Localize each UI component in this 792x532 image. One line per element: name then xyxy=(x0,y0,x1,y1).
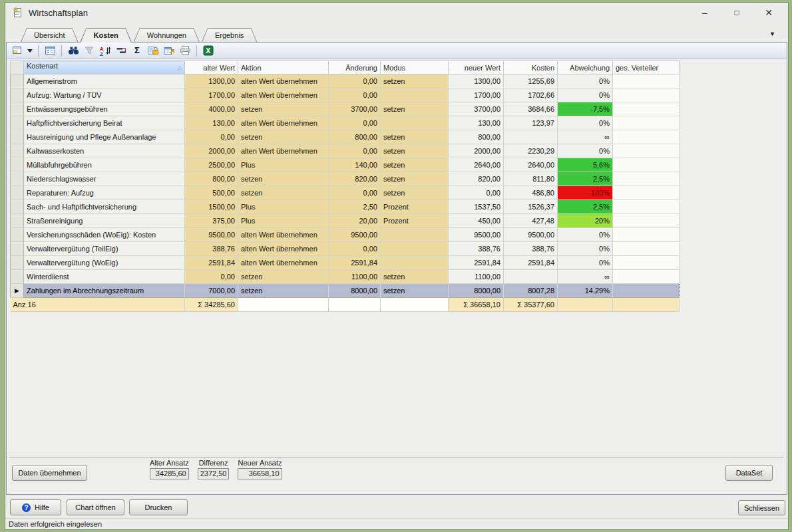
cell-abweichung[interactable]: 5,6% xyxy=(558,158,613,172)
cell-modus[interactable] xyxy=(381,116,449,130)
chart-oeffnen-button[interactable]: Chart öffnen xyxy=(67,499,124,515)
cell-kosten[interactable]: 3684,66 xyxy=(504,102,558,116)
cell-alter-wert[interactable]: 2500,00 xyxy=(185,158,238,172)
daten-uebernehmen-button[interactable]: Daten übernehmen xyxy=(12,465,87,481)
cell-aktion[interactable]: Plus xyxy=(238,214,329,228)
cell-aktion[interactable]: Plus xyxy=(238,158,329,172)
cell-aktion[interactable]: setzen xyxy=(238,172,329,186)
row-indicator-cell[interactable]: ▶ xyxy=(11,284,24,298)
cell-modus[interactable]: setzen xyxy=(381,284,449,298)
cell-aenderung[interactable]: 1100,00 xyxy=(329,270,381,284)
col-header-neuer-wert[interactable]: neuer Wert xyxy=(449,61,504,74)
cell-aenderung[interactable]: 0,00 xyxy=(329,116,381,130)
cell-kosten[interactable]: 1255,69 xyxy=(504,74,558,88)
cell-alter-wert[interactable]: 1300,00 xyxy=(185,74,238,88)
cell-abweichung[interactable]: ∞ xyxy=(558,130,613,144)
row-indicator-cell[interactable] xyxy=(11,200,24,214)
cell-kostenart[interactable]: Versicherungsschäden (WoEig): Kosten xyxy=(24,228,185,242)
cell-modus[interactable]: setzen xyxy=(381,102,449,116)
row-indicator-cell[interactable] xyxy=(11,256,24,270)
cell-kostenart[interactable]: Zahlungen im Abrechnungszeitraum xyxy=(24,284,185,298)
cell-alter-wert[interactable]: 130,00 xyxy=(185,116,238,130)
cell-aktion[interactable]: setzen xyxy=(238,270,329,284)
cell-aenderung[interactable]: 2591,84 xyxy=(329,256,381,270)
row-indicator-cell[interactable] xyxy=(11,228,24,242)
cell-modus[interactable]: setzen xyxy=(381,158,449,172)
tab--bersicht[interactable]: Übersicht xyxy=(21,28,78,42)
tab-ergebnis[interactable]: Ergebnis xyxy=(202,28,257,42)
cell-neuer-wert[interactable]: 1700,00 xyxy=(449,88,504,102)
cell-kostenart[interactable]: Kaltwasserkosten xyxy=(24,144,185,158)
cell-kosten[interactable]: 2591,84 xyxy=(504,256,558,270)
cell-modus[interactable]: setzen xyxy=(381,74,449,88)
cell-alter-wert[interactable]: 0,00 xyxy=(185,270,238,284)
cell-aktion[interactable]: setzen xyxy=(238,102,329,116)
tab-list-dropdown-icon[interactable]: ▼ xyxy=(769,31,775,37)
cell-kosten[interactable]: 8007,28 xyxy=(504,284,558,298)
cell-abweichung[interactable]: 2,5% xyxy=(558,200,613,214)
cell-modus[interactable]: Prozent xyxy=(381,200,449,214)
cell-verteiler[interactable] xyxy=(613,130,680,144)
tab-kosten[interactable]: Kosten xyxy=(80,28,131,42)
cell-neuer-wert[interactable]: 1100,00 xyxy=(449,270,504,284)
cell-abweichung[interactable]: 2,5% xyxy=(558,172,613,186)
cell-neuer-wert[interactable]: 0,00 xyxy=(449,186,504,200)
cell-modus[interactable]: setzen xyxy=(381,130,449,144)
cell-kosten[interactable]: 427,48 xyxy=(504,214,558,228)
col-header-abweichung[interactable]: Abweichung xyxy=(558,61,613,74)
row-indicator-cell[interactable] xyxy=(11,242,24,256)
cell-abweichung[interactable]: -7,5% xyxy=(558,102,613,116)
cell-abweichung[interactable]: 0% xyxy=(558,74,613,88)
cell-neuer-wert[interactable]: 388,76 xyxy=(449,242,504,256)
row-indicator-cell[interactable] xyxy=(11,88,24,102)
cell-abweichung[interactable]: 0% xyxy=(558,144,613,158)
col-header-aenderung[interactable]: Änderung xyxy=(329,61,381,74)
cell-aktion[interactable]: Plus xyxy=(238,200,329,214)
cell-modus[interactable] xyxy=(381,256,449,270)
cell-aktion[interactable]: alten Wert übernehmen xyxy=(238,88,329,102)
cell-alter-wert[interactable]: 388,76 xyxy=(185,242,238,256)
cell-abweichung[interactable]: ∞ xyxy=(558,270,613,284)
cell-kosten[interactable]: 123,97 xyxy=(504,116,558,130)
row-indicator-cell[interactable] xyxy=(11,172,24,186)
cell-kostenart[interactable]: Sach- und Haftplfichtversicherung xyxy=(24,200,185,214)
cell-neuer-wert[interactable]: 9500,00 xyxy=(449,228,504,242)
cell-abweichung[interactable]: 0% xyxy=(558,242,613,256)
row-indicator-cell[interactable] xyxy=(11,74,24,88)
cell-verteiler[interactable] xyxy=(613,88,680,102)
cell-aenderung[interactable]: 2,50 xyxy=(329,200,381,214)
cell-neuer-wert[interactable]: 3700,00 xyxy=(449,102,504,116)
cell-kostenart[interactable]: Entwässerungsgebühren xyxy=(24,102,185,116)
cell-kosten[interactable]: 9500,00 xyxy=(504,228,558,242)
cell-neuer-wert[interactable]: 1537,50 xyxy=(449,200,504,214)
cell-alter-wert[interactable]: 800,00 xyxy=(185,172,238,186)
row-indicator-cell[interactable] xyxy=(11,214,24,228)
col-header-kostenart[interactable]: Kostenart△ xyxy=(24,61,185,74)
cell-kostenart[interactable]: Verwaltervergütung (TeilEig) xyxy=(24,242,185,256)
print-button[interactable] xyxy=(178,44,192,58)
cell-kostenart[interactable]: Hausreinigung und Pflege Außenanlage xyxy=(24,130,185,144)
cell-alter-wert[interactable]: 1500,00 xyxy=(185,200,238,214)
cell-alter-wert[interactable]: 2591,84 xyxy=(185,256,238,270)
cell-kostenart[interactable]: Allgemeinstrom xyxy=(24,74,185,88)
cell-alter-wert[interactable]: 0,00 xyxy=(185,130,238,144)
cell-neuer-wert[interactable]: 2000,00 xyxy=(449,144,504,158)
cell-aenderung[interactable]: 20,00 xyxy=(329,214,381,228)
cell-neuer-wert[interactable]: 2640,00 xyxy=(449,158,504,172)
cell-kosten[interactable]: 2230,29 xyxy=(504,144,558,158)
row-indicator-cell[interactable] xyxy=(11,186,24,200)
form-layout-dropdown[interactable] xyxy=(26,44,34,58)
cell-aenderung[interactable]: 0,00 xyxy=(329,88,381,102)
cell-abweichung[interactable]: 0% xyxy=(558,116,613,130)
cell-modus[interactable] xyxy=(381,88,449,102)
cell-abweichung[interactable]: 0% xyxy=(558,256,613,270)
row-indicator-cell[interactable] xyxy=(11,102,24,116)
tab-wohnungen[interactable]: Wohnungen xyxy=(134,28,200,42)
cell-aktion[interactable]: setzen xyxy=(238,284,329,298)
row-indicator-cell[interactable] xyxy=(11,144,24,158)
sort-button[interactable]: A Z xyxy=(98,44,112,58)
cell-aenderung[interactable]: 8000,00 xyxy=(329,284,381,298)
cell-abweichung[interactable]: -100% xyxy=(558,186,613,200)
cell-aktion[interactable]: alten Wert übernehmen xyxy=(238,228,329,242)
col-header-alter-wert[interactable]: alter Wert xyxy=(185,61,238,74)
